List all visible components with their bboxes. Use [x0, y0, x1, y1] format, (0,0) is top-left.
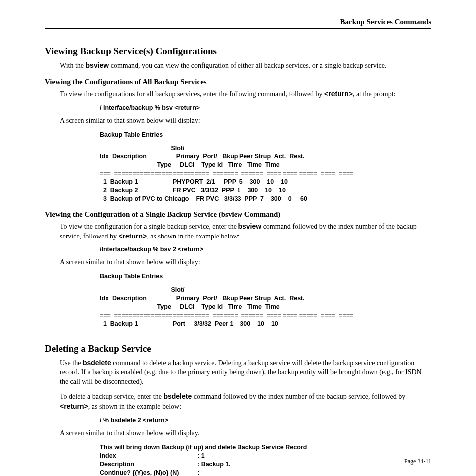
command-name: bsdelete	[163, 392, 192, 400]
text: , as shown in the example below:	[88, 403, 181, 410]
kv-key: Continue? {(Y)es, (N)o} (N)	[100, 469, 197, 476]
paragraph: A screen similar to that shown below wil…	[60, 116, 431, 126]
output-rows: 1 Backup 1 Port 3/3/32 Peer 1 300 10 10	[100, 320, 431, 328]
command-line: /Interface/backup % bsv 2 <return>	[100, 246, 431, 253]
section-heading: Deleting a Backup Service	[45, 343, 431, 354]
output-block: This will bring down Backup (if up) and …	[100, 443, 431, 476]
keyword: <return>	[118, 232, 147, 240]
section-heading: Viewing Backup Service(s) Configurations	[45, 46, 431, 57]
paragraph: To view the configurations for all backu…	[60, 89, 431, 99]
page-number: Page 34-11	[404, 458, 431, 465]
command-name: bsview	[86, 61, 109, 69]
kv-val: : 1	[197, 452, 205, 460]
output-rows: 1 Backup 1 PHYPORT 2/1 PPP 5 300 10 10 2…	[100, 178, 431, 203]
kv-val: : Backup 1.	[197, 460, 231, 469]
output-line: This will bring down Backup (if up) and …	[100, 443, 431, 452]
text: With the	[60, 62, 86, 69]
paragraph: A screen similar to that shown below wil…	[60, 429, 431, 438]
command-name: bsview	[238, 222, 261, 230]
output-title: Backup Table Entries	[100, 272, 431, 281]
text: command to delete a backup service. Dele…	[60, 359, 422, 386]
paragraph: A screen similar to that shown below wil…	[60, 258, 431, 267]
output-kv: Index: 1	[100, 452, 431, 460]
intro-paragraph: With the bsview command, you can view th…	[60, 61, 431, 71]
subsection-heading: Viewing the Configuration of a Single Ba…	[45, 210, 431, 219]
output-kv: Continue? {(Y)es, (N)o} (N):	[100, 469, 431, 476]
output-header: Slot/ Idx Description Primary Port/ Bkup…	[100, 144, 431, 178]
text: , at the prompt:	[353, 90, 396, 98]
running-header: Backup Services Commands	[45, 18, 431, 29]
kv-key: Index	[100, 452, 197, 460]
kv-val: :	[197, 469, 199, 476]
text: To view the configurations for all backu…	[60, 90, 324, 98]
text: command, you can view the configuration …	[109, 62, 386, 69]
text: command followed by the index number of …	[192, 393, 405, 400]
output-title: Backup Table Entries	[100, 131, 431, 139]
paragraph: To view the configuration for a single b…	[60, 222, 431, 241]
keyword: <return>	[60, 402, 88, 410]
text: Use the	[60, 359, 83, 367]
text: To view the configuration for a single b…	[60, 223, 238, 230]
command-line: / Interface/backup % bsv <return>	[100, 104, 431, 111]
paragraph: Use the bsdelete command to delete a bac…	[60, 358, 431, 387]
command-line: / % bsdelete 2 <return>	[100, 417, 431, 424]
output-kv: Description: Backup 1.	[100, 460, 431, 469]
command-name: bsdelete	[83, 359, 111, 367]
text: , as shown in the example below:	[147, 233, 239, 240]
output-header: Slot/ Idx Description Primary Port/ Bkup…	[100, 286, 431, 320]
page: Backup Services Commands Viewing Backup …	[0, 0, 476, 476]
text: To delete a backup service, enter the	[60, 393, 163, 400]
keyword: <return>	[324, 90, 353, 98]
kv-key: Description	[100, 460, 197, 469]
paragraph: To delete a backup service, enter the bs…	[60, 392, 431, 412]
subsection-heading: Viewing the Configurations of All Backup…	[45, 78, 431, 86]
